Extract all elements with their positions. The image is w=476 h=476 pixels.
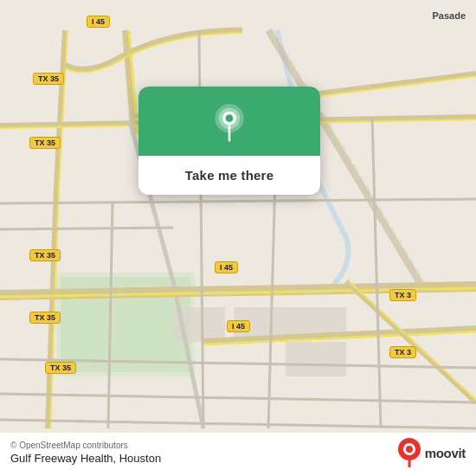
svg-line-29 <box>0 228 173 229</box>
svg-point-40 <box>226 114 234 122</box>
road-label-tx35-2: TX 35 <box>29 137 61 149</box>
map-svg <box>0 0 476 476</box>
bottom-left: © OpenStreetMap contributors Gulf Freewa… <box>10 441 161 465</box>
road-label-tx35-1: TX 35 <box>33 73 64 85</box>
attribution-text: © OpenStreetMap contributors <box>10 441 161 450</box>
moovit-text: moovit <box>425 446 466 460</box>
road-label-i45-bot: I 45 <box>227 320 250 332</box>
road-label-i45-mid: I 45 <box>215 261 238 273</box>
city-label-pasadena: Pasade <box>432 10 466 21</box>
road-label-i45-top: I 45 <box>87 16 110 28</box>
location-pin-icon <box>210 104 248 142</box>
moovit-logo: moovit <box>397 438 466 467</box>
svg-rect-6 <box>286 342 346 376</box>
road-label-tx35-4: TX 35 <box>29 312 61 324</box>
popup-button-area[interactable]: Take me there <box>138 156 320 195</box>
svg-point-43 <box>406 446 413 453</box>
popup-green-area <box>138 87 320 156</box>
road-label-tx3-2: TX 3 <box>389 346 416 358</box>
road-label-tx35-5: TX 35 <box>45 362 76 374</box>
location-name: Gulf Freeway Health, Houston <box>10 452 161 465</box>
popup-card: Take me there <box>138 87 320 195</box>
take-me-there-button[interactable]: Take me there <box>185 168 273 183</box>
moovit-pin-icon <box>397 438 421 467</box>
bottom-bar: © OpenStreetMap contributors Gulf Freewa… <box>0 433 476 476</box>
map-container: I 45 TX 35 TX 35 TX 35 TX 35 TX 35 I 45 … <box>0 0 476 476</box>
road-label-tx35-3: TX 35 <box>29 249 61 261</box>
road-label-tx3-1: TX 3 <box>389 289 416 301</box>
